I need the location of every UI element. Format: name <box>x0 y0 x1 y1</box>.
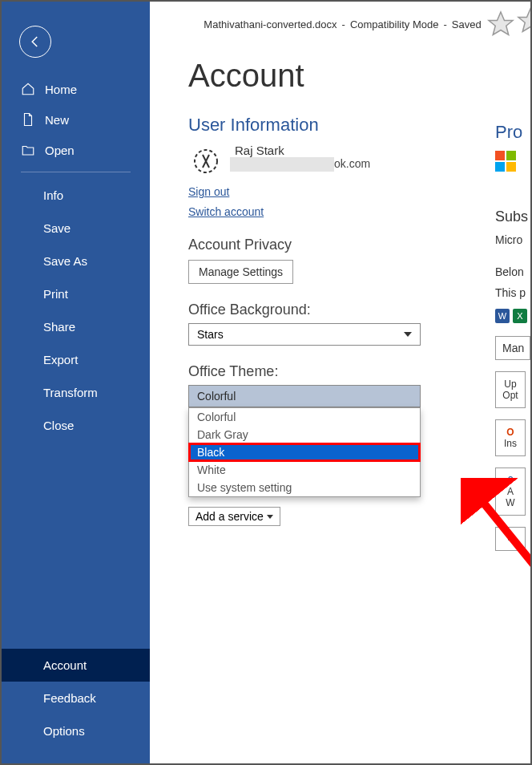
office-background-value: Stars <box>197 328 224 341</box>
redacted-mask <box>230 157 334 172</box>
subscription-heading: Subs <box>495 208 528 225</box>
sidebar-item-saveas[interactable]: Save As <box>2 245 150 277</box>
divider <box>21 172 131 172</box>
back-button[interactable] <box>19 26 51 58</box>
sidebar-item-label: Open <box>45 144 75 157</box>
account-privacy-heading: Account Privacy <box>188 237 530 253</box>
star-icon <box>486 10 515 38</box>
sidebar-item-save[interactable]: Save <box>2 212 150 245</box>
backstage-sidebar: Home New Open Info Save Save As Print Sh… <box>2 2 150 763</box>
app-icons: W X <box>495 309 527 323</box>
theme-option-system[interactable]: Use system setting <box>189 479 420 496</box>
sidebar-item-home[interactable]: Home <box>2 74 150 104</box>
office-theme-dropdown[interactable]: Colorful <box>188 385 421 407</box>
add-service-button[interactable]: Add a service <box>188 507 280 526</box>
manage-settings-button[interactable]: Manage Settings <box>188 260 293 284</box>
text: Belon <box>495 265 524 278</box>
office-theme-value: Colorful <box>197 390 236 403</box>
office-theme-label: Office Theme: <box>188 363 530 380</box>
about-box[interactable]: ? A W <box>495 468 526 516</box>
chevron-down-icon <box>267 515 273 519</box>
title-bar: Mathivathani-converted.docx - Compatibil… <box>188 2 530 38</box>
theme-option-white[interactable]: White <box>189 461 420 479</box>
word-icon: W <box>495 309 510 323</box>
titlebar-filename: Mathivathani-converted.docx <box>204 18 337 30</box>
right-pane-clipped: Pro Subs Micro Belon This p W X Man Up O… <box>495 122 530 551</box>
sidebar-item-info[interactable]: Info <box>2 179 150 212</box>
theme-option-black[interactable]: Black <box>189 443 420 461</box>
theme-option-darkgray[interactable]: Dark Gray <box>189 426 420 443</box>
sidebar-item-close[interactable]: Close <box>2 409 150 442</box>
chevron-down-icon <box>404 332 412 337</box>
manage-account-button-clip[interactable]: Man <box>495 336 530 360</box>
sidebar-item-new[interactable]: New <box>2 104 150 135</box>
switch-account-link[interactable]: Switch account <box>188 205 264 218</box>
sidebar-item-transform[interactable]: Transform <box>2 376 150 409</box>
user-name: Raj Stark <box>235 144 370 157</box>
theme-option-colorful[interactable]: Colorful <box>189 408 420 426</box>
sign-out-link[interactable]: Sign out <box>188 185 229 198</box>
titlebar-mode: Compatibility Mode <box>350 18 439 30</box>
office-background-label: Office Background: <box>188 302 530 318</box>
sidebar-item-open[interactable]: Open <box>2 135 150 165</box>
avatar <box>188 144 224 179</box>
sidebar-item-label: New <box>45 113 69 127</box>
user-email: ok.com <box>235 157 370 170</box>
titlebar-status: Saved <box>452 18 482 30</box>
page-title: Account <box>188 58 530 94</box>
sidebar-item-options[interactable]: Options <box>2 714 150 747</box>
sidebar-item-account[interactable]: Account <box>2 649 150 682</box>
sidebar-item-export[interactable]: Export <box>2 343 150 376</box>
update-options-box[interactable]: Up Opt <box>495 371 526 408</box>
product-info-heading: Pro <box>495 122 522 143</box>
text: Micro <box>495 233 522 246</box>
excel-icon: X <box>513 309 527 323</box>
office-background-dropdown[interactable]: Stars <box>188 323 421 346</box>
whatsnew-box[interactable]: < <box>495 527 526 551</box>
sidebar-item-label: Home <box>45 83 77 96</box>
microsoft-logo-icon <box>495 151 516 172</box>
text: This p <box>495 286 526 299</box>
office-theme-options: Colorful Dark Gray Black White Use syste… <box>188 407 421 497</box>
user-info-heading: User Information <box>188 115 530 136</box>
insider-box[interactable]: O Ins <box>495 419 526 456</box>
star-icon <box>516 6 530 35</box>
sidebar-item-feedback[interactable]: Feedback <box>2 682 150 714</box>
sidebar-item-print[interactable]: Print <box>2 277 150 310</box>
sidebar-item-share[interactable]: Share <box>2 310 150 343</box>
content-area: Mathivathani-converted.docx - Compatibil… <box>150 2 530 763</box>
